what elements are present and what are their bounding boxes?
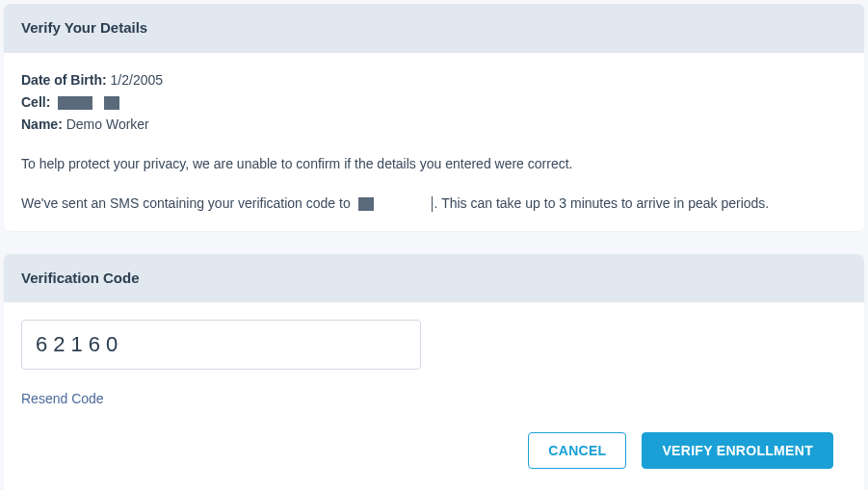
dob-line: Date of Birth: 1/2/2005 [21, 70, 847, 90]
verification-code-title: Verification Code [4, 254, 864, 303]
redacted-box-icon [58, 96, 92, 110]
verification-code-input[interactable] [21, 320, 421, 370]
sms-text: We've sent an SMS containing your verifi… [21, 193, 847, 214]
cell-label: Cell: [21, 94, 50, 110]
name-line: Name: Demo Worker [21, 115, 847, 135]
redacted-box-icon [358, 197, 374, 211]
sms-text-prefix: We've sent an SMS containing your verifi… [21, 195, 355, 211]
verify-details-title: Verify Your Details [4, 4, 864, 53]
cancel-button[interactable]: CANCEL [528, 432, 626, 469]
verification-code-body: Resend Code CANCEL VERIFY ENROLLMENT [4, 302, 864, 490]
button-row: CANCEL VERIFY ENROLLMENT [21, 432, 847, 475]
dob-label: Date of Birth: [21, 72, 107, 88]
verify-details-card: Verify Your Details Date of Birth: 1/2/2… [4, 4, 864, 231]
cell-line: Cell: [21, 92, 847, 113]
privacy-text: To help protect your privacy, we are una… [21, 154, 847, 174]
name-label: Name: [21, 116, 63, 132]
sms-text-suffix: . This can take up to 3 minutes to arriv… [434, 195, 770, 211]
name-value: Demo Worker [66, 116, 149, 132]
dob-value: 1/2/2005 [111, 72, 164, 88]
verification-code-card: Verification Code Resend Code CANCEL VER… [4, 254, 864, 491]
verify-enrollment-button[interactable]: VERIFY ENROLLMENT [642, 432, 833, 469]
redacted-box-icon [104, 96, 119, 110]
verify-details-body: Date of Birth: 1/2/2005 Cell: Name: Demo… [4, 53, 864, 231]
resend-code-link[interactable]: Resend Code [21, 389, 104, 409]
cursor-icon [432, 196, 433, 212]
